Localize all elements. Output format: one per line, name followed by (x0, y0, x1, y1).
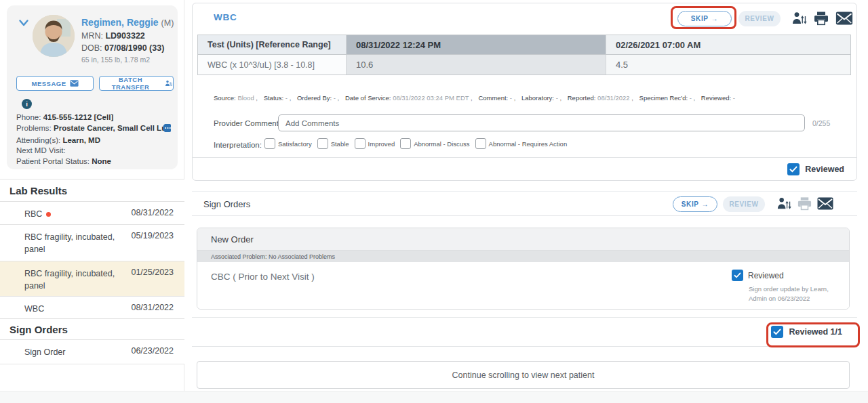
reviewed-all-checkbox-checked[interactable] (771, 326, 783, 338)
sign-orders-section-title: Sign Orders (0, 318, 184, 340)
result-value-cell: 4.5 (606, 55, 850, 75)
continue-scrolling-hint: Continue scrolling to view next patient (197, 361, 850, 389)
checkbox-unchecked-icon[interactable] (355, 138, 366, 149)
table-header-test: Test (Units) [Reference Range] (198, 35, 347, 54)
provider-comment-input[interactable] (278, 114, 805, 131)
arrow-right-icon: → (711, 15, 719, 22)
order-reviewed-label: Reviewed (748, 271, 784, 280)
patient-portal-status: Patient Portal Status: None (16, 157, 171, 165)
order-update-note: Admin on 06/23/2022 (749, 295, 810, 302)
lab-date: 08/31/2022 (131, 303, 174, 312)
sidebar-item-sign-order[interactable]: Sign Order 06/23/2022 (0, 340, 184, 364)
patient-biometrics: 65 in, 155 lb, 1.78 m2 (81, 56, 175, 64)
test-name-cell: WBC (x 10^3/uL) [3.8 - 10.8] (198, 55, 347, 75)
lab-name: RBC fragility, incubated, panel (24, 268, 131, 292)
char-counter: 0/255 (812, 119, 830, 127)
checkbox-unchecked-icon[interactable] (264, 138, 275, 149)
sign-orders-skip-button[interactable]: SKIP→ (673, 196, 717, 212)
dob-value: 07/08/1990 (33) (104, 43, 164, 53)
interp-abnormal-discuss[interactable]: Abnormal - Discuss (400, 138, 469, 149)
checkbox-unchecked-icon[interactable] (475, 138, 486, 149)
lab-date: 01/25/2023 (131, 268, 174, 277)
lab-date: 08/31/2022 (131, 208, 174, 217)
lab-name: WBC (24, 303, 131, 315)
table-header-date-selected[interactable]: 08/31/2022 12:24 PM (347, 35, 606, 54)
sign-orders-review-button[interactable]: REVIEW (723, 196, 765, 212)
order-reviewed-checkbox-checked[interactable] (732, 270, 743, 281)
checkbox-unchecked-icon[interactable] (400, 138, 411, 149)
print-icon[interactable] (813, 10, 831, 26)
patient-sidebar: Regimen, Reggie(M) MRN: LD903322 DOB: 07… (0, 0, 184, 403)
interp-abnormal-action[interactable]: Abnormal - Requires Action (475, 138, 568, 149)
provider-comment-label: Provider Comment: (214, 119, 281, 127)
sidebar-item-rbc-fragility-1[interactable]: RBC fragility, incubated, panel 05/19/20… (0, 225, 184, 261)
new-order-card: New Order Associated Problem: No Associa… (197, 228, 850, 310)
patient-name: Regimen, Reggie(M) (81, 16, 175, 28)
interp-satisfactory[interactable]: Satisfactory (264, 138, 312, 149)
interpretation-options: Satisfactory Stable Improved Abnormal - … (264, 138, 572, 149)
reviewed-checkbox-checked[interactable] (787, 163, 800, 175)
mrn-value: LD903322 (105, 31, 144, 41)
result-value-cell: 10.6 (347, 55, 606, 75)
skip-button[interactable]: SKIP→ (677, 11, 732, 26)
sidebar-item-wbc[interactable]: WBC 08/31/2022 (0, 297, 184, 318)
arrow-right-icon: → (702, 200, 709, 208)
sidebar-item-rbc[interactable]: RBC 08/31/2022 (0, 202, 184, 225)
order-date: 06/23/2022 (131, 346, 174, 356)
results-table: Test (Units) [Reference Range] 08/31/202… (197, 35, 851, 75)
interp-stable[interactable]: Stable (317, 138, 349, 149)
unread-dot-icon (46, 212, 51, 217)
order-name: CBC ( Prior to Next Visit ) (211, 272, 315, 282)
result-meta-line: Source: Blood Status: - Ordered By: - Da… (214, 94, 848, 102)
reviewed-label: Reviewed (805, 165, 844, 174)
associated-problem-bar: Associated Problem: No Associated Proble… (197, 251, 849, 262)
wbc-result-panel: WBC SKIP→ REVIEW Test (Units) [Reference… (192, 3, 857, 181)
mail-icon[interactable] (835, 12, 853, 28)
message-button[interactable]: MESSAGE (16, 76, 94, 91)
lab-name: RBC fragility, incubated, panel (24, 231, 131, 255)
table-header-date-prior[interactable]: 02/26/2021 07:00 AM (606, 35, 850, 54)
sign-orders-title: Sign Orders (203, 199, 250, 209)
transfer-patient-icon[interactable] (776, 196, 794, 212)
transfer-patient-icon[interactable] (791, 10, 809, 26)
reviewed-summary-label: Reviewed 1/1 (789, 327, 842, 337)
checkbox-unchecked-icon[interactable] (317, 138, 328, 149)
sign-orders-header: Sign Orders SKIP→ REVIEW (192, 191, 857, 216)
interpretation-label: Interpretation: (214, 141, 262, 149)
patient-summary-card: Regimen, Reggie(M) MRN: LD903322 DOB: 07… (7, 5, 178, 169)
patient-sex: (M) (161, 18, 174, 28)
interp-improved[interactable]: Improved (355, 138, 395, 149)
patient-next-visit: Next MD Visit: (16, 146, 171, 154)
new-order-title: New Order (197, 228, 849, 251)
reviewed-summary-row: Reviewed 1/1 (192, 317, 857, 347)
dob-label: DOB: (81, 43, 102, 53)
app-window: Regimen, Reggie(M) MRN: LD903322 DOB: 07… (0, 0, 868, 403)
panel-title: WBC (214, 12, 237, 22)
chevron-down-icon[interactable] (18, 19, 29, 27)
order-update-note: Sign order update by Learn, (749, 285, 829, 293)
lab-results-section-title: Lab Results (0, 179, 184, 202)
lab-name: RBC (24, 208, 131, 220)
print-icon-disabled (797, 196, 814, 212)
patient-avatar (33, 15, 75, 57)
batch-transfer-button[interactable]: BATCH TRANSFER (99, 76, 174, 91)
mail-icon[interactable] (817, 197, 835, 213)
envelope-icon (70, 80, 79, 87)
info-icon[interactable]: i (22, 99, 32, 109)
more-problems-icon[interactable] (163, 124, 171, 132)
page-bottom-gutter (0, 391, 868, 403)
review-button[interactable]: REVIEW (738, 11, 781, 26)
sidebar-item-rbc-fragility-2-selected[interactable]: RBC fragility, incubated, panel 01/25/20… (0, 261, 184, 297)
patient-phone: Phone: 415-555-1212 [Cell] (16, 113, 171, 121)
patient-problems: Problems: Prostate Cancer, Small Cell Lu… (16, 124, 171, 132)
mrn-label: MRN: (81, 31, 103, 41)
patient-attending: Attending(s): Learn, MD (16, 136, 171, 144)
order-name: Sign Order (24, 346, 131, 358)
person-transfer-icon (165, 79, 173, 87)
panel-footer: Reviewed (193, 157, 856, 181)
lab-date: 05/19/2023 (131, 231, 174, 240)
